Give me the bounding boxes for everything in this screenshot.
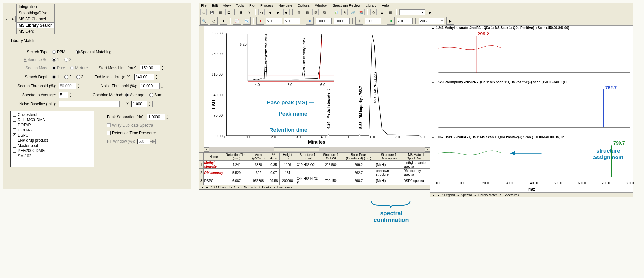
tab-ms-library-search[interactable]: MS Library Search (16, 22, 55, 28)
noise-threshold-spinner[interactable]: ▲▼ (160, 83, 165, 89)
tb-view3-icon[interactable]: ▧ (312, 9, 319, 15)
lib-item-dotma[interactable]: DOTMA (13, 128, 92, 133)
tb2-chart2-icon[interactable]: 📉 (243, 17, 251, 25)
x-factor-input[interactable] (131, 101, 147, 107)
chromatogram-panel[interactable]: LSU (199, 26, 430, 152)
noise-baseline-input[interactable] (59, 101, 120, 107)
menu-window[interactable]: Window (315, 4, 327, 7)
col-header[interactable]: Retention Time (min) (224, 153, 249, 161)
tab-smoothing-offset[interactable]: Smoothing/Offset (16, 10, 55, 16)
tab-ms-cent[interactable]: MS Cent (16, 28, 55, 34)
depth-3-radio[interactable] (76, 75, 80, 79)
combine-average-radio[interactable] (125, 93, 129, 97)
col-header[interactable]: Base Peak (Combined) (m/z) (342, 153, 375, 161)
tb2-go-icon[interactable]: ▶ (446, 17, 454, 25)
lib-item-peg2000-dmg[interactable]: PEG2000-DMG (13, 148, 92, 153)
results-table[interactable]: NameRetention Time (min)Area (µV*sec)% A… (199, 152, 430, 185)
menu-tools[interactable]: Tools (236, 4, 244, 7)
col-header[interactable]: Area (µV*sec) (249, 153, 268, 161)
lib-item-dspc[interactable]: DSPC (13, 133, 92, 138)
tb-peak-icon[interactable]: ▲ (379, 9, 385, 15)
tb-mol-icon[interactable]: ⬡ (370, 9, 377, 15)
lib-item-sm-102[interactable]: SM-102 (13, 153, 92, 158)
menu-navigate[interactable]: Navigate (279, 4, 292, 7)
bottom-tabs-right[interactable]: ◂▸ \ Legend λ Spectra λ Library Match λ … (430, 193, 633, 197)
combine-sum-radio[interactable] (149, 93, 153, 97)
tb2-input-4[interactable] (334, 18, 350, 24)
rt-presearch-checkbox[interactable] (107, 131, 111, 135)
lib-checkbox[interactable] (13, 144, 16, 148)
tb2-input-2[interactable] (284, 18, 300, 24)
col-header[interactable]: Structure 1 Description (375, 153, 402, 161)
x-factor-spinner[interactable]: ▲▼ (147, 101, 153, 107)
lib-item-cholesterol[interactable]: Cholesterol (13, 112, 92, 117)
col-header[interactable] (199, 153, 204, 161)
tb-prev-icon[interactable]: ◀ (267, 9, 273, 15)
menu-library[interactable]: Library (365, 4, 376, 7)
menu-options[interactable]: Options (298, 4, 310, 7)
tb-next-icon[interactable]: ▶ (275, 9, 281, 15)
lib-item-dotap[interactable]: DOTAP (13, 122, 92, 128)
table-row[interactable]: 3DSPC6.06795636899.58200290C44 H88 N O8 … (199, 177, 430, 185)
tb-play-icon[interactable]: ▶ (427, 9, 433, 15)
lib-checkbox[interactable] (13, 139, 16, 142)
tb-table-icon[interactable]: ▦ (387, 9, 393, 15)
menu-view[interactable]: View (223, 4, 231, 7)
search-type-spectral-radio[interactable] (76, 50, 80, 54)
end-mass-spinner[interactable]: ▲▼ (154, 74, 159, 80)
spectra-avg-input[interactable] (59, 92, 68, 98)
lib-checkbox[interactable] (13, 154, 16, 158)
depth-2-radio[interactable] (64, 75, 68, 79)
tb-permutation-icon[interactable]: ⬓ (225, 9, 232, 15)
search-type-pbm-radio[interactable] (52, 50, 56, 54)
lib-item-lnp-drug-product[interactable]: LNP drug product (13, 138, 92, 143)
tb2-marker-icon[interactable]: ✚ (220, 17, 227, 25)
spectrum-panel-2[interactable]: ▲ 5.529 RM impurity -2noIPA - QDa 1: MS … (430, 80, 633, 135)
tb-grid-icon[interactable]: ▦ (217, 9, 223, 15)
col-header[interactable]: Structure 1 Formula (296, 153, 319, 161)
lib-item-master-pool[interactable]: Master pool (13, 143, 92, 148)
col-header[interactable]: MS Match1 Spect. Name (402, 153, 430, 161)
tabscroll-right-button[interactable]: ▸ (10, 16, 16, 22)
noise-threshold-input[interactable] (140, 83, 160, 89)
lib-checkbox[interactable] (13, 113, 16, 117)
col-header[interactable]: % Area (268, 153, 279, 161)
end-mass-input[interactable] (134, 74, 154, 80)
lib-checkbox[interactable] (13, 123, 16, 127)
lib-item-dlin-mc3-dma[interactable]: DLin-MC3-DMA (13, 117, 92, 122)
tb-query-icon[interactable]: ? (246, 9, 252, 15)
menu-spectrum-review[interactable]: Spectrum Review (333, 4, 360, 7)
menu-edit[interactable]: Edit (212, 4, 218, 7)
tb2-input-3[interactable] (316, 18, 332, 24)
peak-sep-input[interactable] (147, 114, 165, 120)
tb-spectrum-icon[interactable]: 📊 (333, 9, 339, 15)
lib-checkbox[interactable] (13, 149, 16, 153)
spectrum-panel-1[interactable]: ▲ 4.241 Methyl stearate -2noIPA - QDa 1:… (430, 26, 633, 80)
lib-checkbox[interactable] (13, 118, 16, 122)
tb-dropdown-1[interactable]: ▼ (399, 9, 425, 15)
tb-view2-icon[interactable]: ▤ (304, 9, 310, 15)
tb2-blue-icon[interactable]: ⬍ (306, 17, 314, 25)
tb-open-icon[interactable]: ▭ (200, 9, 207, 15)
tabscroll-left-button[interactable]: ◂ (4, 16, 9, 22)
tab-ms-3d-channel[interactable]: MS 3D Channel (16, 16, 55, 22)
menu-help[interactable]: Help (382, 4, 389, 7)
col-header[interactable]: Name (203, 153, 224, 161)
bottom-tabs-left[interactable]: ◂▸ \ 3D Channels λ 2D Channels λ Peaks λ… (199, 185, 430, 189)
table-row[interactable]: 1Methyl stearate4.24133380.351106C19 H38… (199, 161, 430, 169)
spectra-avg-spinner[interactable]: ▲▼ (68, 92, 73, 98)
tb-copy-icon[interactable]: ⎘ (341, 9, 348, 15)
tb2-input-1[interactable] (266, 18, 282, 24)
tb2-grey-icon[interactable]: ⬍ (355, 17, 363, 25)
tb-lib-icon[interactable]: 📚 (358, 9, 365, 15)
library-listbox[interactable]: CholesterolDLin-MC3-DMADOTAPDOTMADSPCLNP… (10, 111, 94, 167)
tb-link-icon[interactable]: 🔗 (350, 9, 356, 15)
col-header[interactable]: Height (µV) (279, 153, 296, 161)
tb-save-icon[interactable]: 💾 (209, 9, 215, 15)
lib-checkbox[interactable] (13, 133, 16, 137)
tb-last-icon[interactable]: ⏭ (283, 9, 290, 15)
table-row[interactable]: 2RM impurity5.5296970.07154762.7unknown … (199, 169, 430, 177)
tb-view1-icon[interactable]: ▥ (296, 9, 302, 15)
tb2-chart1-icon[interactable]: 📈 (233, 17, 241, 25)
tb2-input-5[interactable] (365, 18, 381, 24)
